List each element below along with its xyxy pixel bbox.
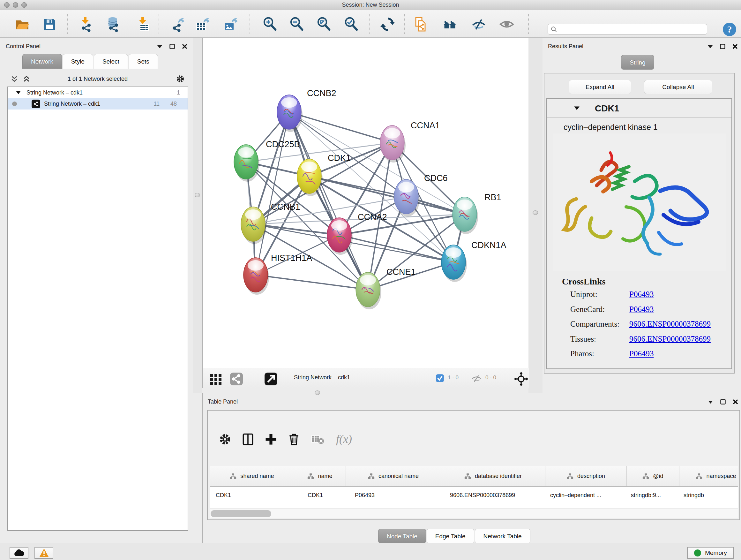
tree-expand-icon[interactable] xyxy=(16,91,21,95)
network-collection-row[interactable]: String Network – cdk1 1 xyxy=(8,87,188,98)
warnings-button[interactable] xyxy=(35,547,53,559)
panel-close-icon[interactable] xyxy=(733,399,738,405)
scrollbar-thumb[interactable] xyxy=(211,510,271,517)
import-network-button[interactable] xyxy=(78,17,94,32)
crosslink-link[interactable]: P06493 xyxy=(629,290,654,299)
panel-close-icon[interactable] xyxy=(732,44,738,49)
node-CDKN1A[interactable]: CDKN1A xyxy=(441,240,507,282)
delete-column-button[interactable] xyxy=(287,432,301,446)
help-button[interactable]: ? xyxy=(722,22,737,37)
hidden-indicator[interactable] xyxy=(471,373,482,384)
network-row[interactable]: String Network – cdk1 11 48 xyxy=(8,98,188,110)
protein-card-header[interactable]: CDK1 xyxy=(547,99,731,118)
table-cell[interactable]: stringdb:9... xyxy=(627,487,679,504)
tab-style[interactable]: Style xyxy=(63,54,93,69)
node-CCNE1[interactable]: CCNE1 xyxy=(356,267,416,309)
tab-edge-table[interactable]: Edge Table xyxy=(427,529,474,543)
panel-float-icon[interactable] xyxy=(157,45,162,49)
edge-HIST1H1A-CCNE1[interactable] xyxy=(256,275,368,290)
table-cell[interactable]: cyclin–dependent ... xyxy=(545,487,627,504)
collapse-all-button[interactable]: Collapse All xyxy=(644,80,712,94)
node-CCNB2[interactable]: CCNB2 xyxy=(277,88,336,132)
grid-view-button[interactable] xyxy=(208,371,224,387)
table-cell[interactable]: CDK1 xyxy=(210,487,294,504)
import-table-button[interactable] xyxy=(136,17,151,32)
detach-view-button[interactable] xyxy=(263,371,279,387)
column-header-shared-name[interactable]: shared name xyxy=(210,466,294,486)
cloud-status-button[interactable] xyxy=(10,547,28,559)
delete-table-icon xyxy=(311,432,325,446)
panel-maximize-icon[interactable] xyxy=(720,399,726,405)
column-header-database-identifier[interactable]: database identifier xyxy=(441,466,545,486)
panel-close-icon[interactable] xyxy=(182,44,187,49)
edge-CCNB2-CCNA1[interactable] xyxy=(289,112,392,143)
import-database-button[interactable] xyxy=(106,17,121,32)
table-cell[interactable]: CDK1 xyxy=(294,487,346,504)
node-HIST1H1A[interactable]: HIST1H1A xyxy=(244,253,312,295)
export-image-button[interactable] xyxy=(223,17,238,32)
tab-string[interactable]: String xyxy=(621,55,654,70)
right-splitter[interactable] xyxy=(529,38,542,393)
left-splitter[interactable] xyxy=(193,38,202,393)
right-splitter-grip[interactable] xyxy=(533,210,538,215)
search-input[interactable] xyxy=(557,26,698,32)
column-header--id[interactable]: @id xyxy=(627,466,679,486)
refresh-button[interactable] xyxy=(380,17,395,32)
show-columns-button[interactable] xyxy=(241,432,255,446)
show-all-button[interactable] xyxy=(499,17,515,32)
crosslink-link[interactable]: P06493 xyxy=(629,349,654,358)
first-neighbors-button[interactable] xyxy=(442,17,458,32)
network-view-mode-button[interactable] xyxy=(229,371,244,387)
zoom-in-button[interactable] xyxy=(262,17,278,32)
tab-network-table[interactable]: Network Table xyxy=(475,529,530,543)
search-box[interactable] xyxy=(548,24,707,35)
panel-float-icon[interactable] xyxy=(708,45,713,49)
save-session-button[interactable] xyxy=(42,17,57,32)
network-view[interactable]: CCNB2CCNA1CDC25BCDK1CDC6RB1CCNB1CCNA2CDK… xyxy=(202,38,529,388)
table-cell[interactable]: P06493 xyxy=(346,487,441,504)
hide-selected-button[interactable] xyxy=(471,17,486,32)
table-options-button[interactable] xyxy=(218,432,232,446)
bottom-splitter-grip[interactable] xyxy=(315,390,320,395)
panel-maximize-icon[interactable] xyxy=(720,44,725,49)
edge-CCNB2-HIST1H1A[interactable] xyxy=(256,112,289,275)
network-options-gear-icon[interactable] xyxy=(176,74,185,84)
zoom-selected-button[interactable] xyxy=(344,17,359,32)
table-horizontal-scrollbar[interactable] xyxy=(210,509,738,518)
expand-all-button[interactable]: Expand All xyxy=(569,80,631,94)
open-session-button[interactable] xyxy=(15,17,30,32)
network-canvas[interactable]: CCNB2CCNA1CDC25BCDK1CDC6RB1CCNB1CCNA2CDK… xyxy=(203,38,529,368)
node-CCNA2[interactable]: CCNA2 xyxy=(327,212,387,255)
table-cell[interactable]: 9606.ENSP00000378699 xyxy=(441,487,545,504)
duplicate-network-button[interactable] xyxy=(413,17,428,32)
tab-select[interactable]: Select xyxy=(94,54,128,69)
export-network-button[interactable] xyxy=(170,17,185,32)
column-header-name[interactable]: name xyxy=(294,466,346,486)
column-header-canonical-name[interactable]: canonical name xyxy=(346,466,441,486)
birds-eye-button[interactable] xyxy=(514,371,529,387)
column-header-namespace[interactable]: namespace xyxy=(679,466,738,486)
zoom-fit-button[interactable] xyxy=(316,17,332,32)
collapse-section-icon[interactable] xyxy=(574,106,580,111)
crosslink-link[interactable]: 9606.ENSP00000378699 xyxy=(629,334,711,344)
node-CCNA1[interactable]: CCNA1 xyxy=(380,121,440,163)
table-cell[interactable]: stringdb xyxy=(679,487,738,504)
create-column-button[interactable] xyxy=(264,432,278,446)
tab-node-table[interactable]: Node Table xyxy=(378,529,426,543)
tab-network[interactable]: Network xyxy=(22,54,62,69)
panel-float-icon[interactable] xyxy=(708,400,713,404)
zoom-out-button[interactable] xyxy=(289,17,305,32)
crosslink-link[interactable]: 9606.ENSP00000378699 xyxy=(629,320,711,328)
panel-maximize-icon[interactable] xyxy=(170,44,175,49)
node-RB1[interactable]: RB1 xyxy=(453,192,501,234)
column-header-description[interactable]: description xyxy=(545,466,627,486)
table-row[interactable]: CDK1CDK1P064939606.ENSP00000378699cyclin… xyxy=(210,487,738,504)
node-CDC25B[interactable]: CDC25B xyxy=(234,139,300,182)
tab-sets[interactable]: Sets xyxy=(129,54,158,69)
left-splitter-grip[interactable] xyxy=(195,193,200,197)
edge-CCNB2-CCNE1[interactable] xyxy=(289,112,368,290)
selected-indicator[interactable] xyxy=(435,374,444,382)
crosslink-link[interactable]: P06493 xyxy=(629,305,654,314)
export-table-button[interactable] xyxy=(195,17,210,32)
memory-button[interactable]: Memory xyxy=(687,547,734,559)
